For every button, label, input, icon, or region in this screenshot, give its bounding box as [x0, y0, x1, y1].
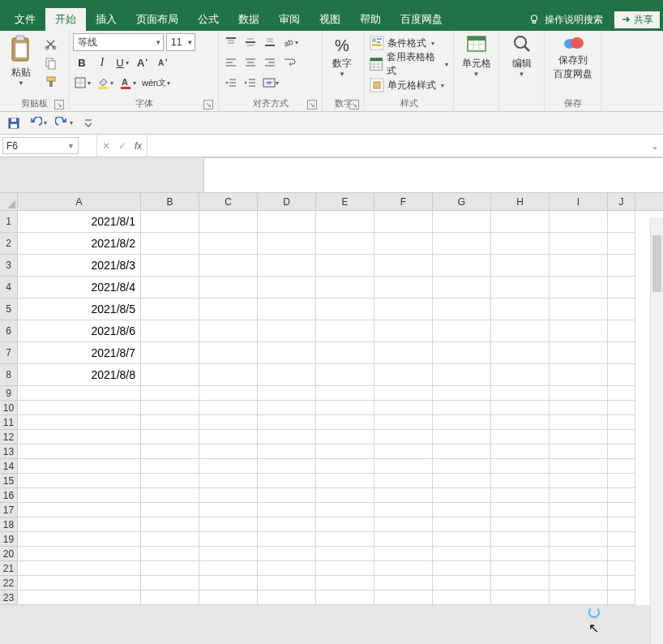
cell-B11[interactable] [141, 415, 199, 430]
cell-A9[interactable] [18, 386, 141, 401]
cell-G7[interactable] [433, 342, 491, 364]
cell-E8[interactable] [316, 364, 374, 386]
dialog-launcher-icon[interactable]: ↘ [203, 100, 213, 109]
format-painter-button[interactable] [42, 74, 60, 90]
row-header-15[interactable]: 15 [0, 474, 18, 488]
cell-C10[interactable] [199, 401, 258, 415]
undo-button[interactable]: ▾ [28, 114, 49, 132]
cell-A17[interactable] [18, 503, 141, 517]
tab-review[interactable]: 审阅 [269, 8, 310, 31]
cell-F4[interactable] [374, 277, 433, 298]
cell-C23[interactable] [199, 590, 258, 605]
cell-G4[interactable] [433, 277, 491, 298]
tab-formula[interactable]: 公式 [188, 8, 229, 31]
cell-E23[interactable] [316, 590, 374, 605]
cell-H15[interactable] [491, 474, 550, 488]
font-color-button[interactable]: A▾ [118, 74, 138, 92]
cell-F15[interactable] [374, 474, 433, 488]
cell-D18[interactable] [258, 517, 316, 532]
cell-G12[interactable] [433, 430, 491, 444]
cell-C21[interactable] [199, 561, 258, 576]
cell-H20[interactable] [491, 547, 550, 561]
cell-D4[interactable] [258, 277, 316, 298]
cell-F1[interactable] [374, 211, 433, 233]
editing-button[interactable]: 编辑 ▼ [503, 33, 541, 78]
cell-B23[interactable] [141, 590, 199, 605]
cell-E13[interactable] [316, 444, 374, 459]
cell-H11[interactable] [491, 415, 550, 430]
number-format-button[interactable]: % 数字 ▼ [326, 33, 358, 78]
cell-G19[interactable] [433, 532, 491, 547]
tell-me-search[interactable]: 操作说明搜索 [520, 13, 611, 27]
underline-button[interactable]: U▾ [113, 54, 131, 71]
cell-E17[interactable] [316, 503, 374, 517]
cell-A4[interactable]: 2021/8/4 [18, 277, 141, 298]
cell-F20[interactable] [374, 547, 433, 561]
row-header-8[interactable]: 8 [0, 364, 18, 386]
cell-I17[interactable] [550, 503, 608, 517]
cell-E2[interactable] [316, 233, 374, 255]
cell-B13[interactable] [141, 444, 199, 459]
align-center-button[interactable] [242, 54, 259, 71]
cell-F2[interactable] [374, 233, 433, 255]
col-header-A[interactable]: A [18, 193, 141, 210]
cell-H12[interactable] [491, 430, 550, 444]
cell-H3[interactable] [491, 255, 550, 277]
cell-B16[interactable] [141, 488, 199, 503]
cell-J3[interactable] [608, 255, 635, 277]
tab-insert[interactable]: 插入 [86, 8, 126, 31]
cell-E14[interactable] [316, 459, 374, 474]
cell-I11[interactable] [550, 415, 608, 430]
cell-E6[interactable] [316, 320, 374, 342]
row-header-14[interactable]: 14 [0, 459, 18, 474]
cell-F3[interactable] [374, 255, 433, 277]
formula-input[interactable] [148, 135, 647, 157]
cell-A18[interactable] [18, 517, 141, 532]
name-box[interactable]: F6▼ [2, 137, 79, 154]
orientation-button[interactable]: ab▾ [280, 33, 300, 51]
cell-A10[interactable] [18, 401, 141, 415]
font-size-select[interactable]: 11▾ [166, 33, 195, 51]
cell-G23[interactable] [433, 590, 491, 605]
cell-C4[interactable] [199, 277, 258, 298]
redo-button[interactable]: ▾ [53, 114, 75, 132]
cell-B9[interactable] [141, 386, 199, 401]
cell-D12[interactable] [258, 430, 316, 444]
dialog-launcher-icon[interactable]: ↘ [307, 100, 317, 109]
cell-C7[interactable] [199, 342, 258, 364]
cell-H10[interactable] [491, 401, 550, 415]
cell-A19[interactable] [18, 532, 141, 547]
cell-D20[interactable] [258, 547, 316, 561]
cell-I15[interactable] [550, 474, 608, 488]
cell-J2[interactable] [608, 233, 635, 255]
cell-C12[interactable] [199, 430, 258, 444]
row-header-18[interactable]: 18 [0, 517, 18, 532]
cell-J23[interactable] [608, 590, 635, 605]
cell-E9[interactable] [316, 386, 374, 401]
cell-G20[interactable] [433, 547, 491, 561]
cell-A20[interactable] [18, 547, 141, 561]
cell-I21[interactable] [550, 561, 608, 576]
align-top-button[interactable] [222, 33, 240, 51]
confirm-formula-button[interactable]: ✓ [118, 140, 126, 152]
decrease-font-button[interactable]: A [154, 54, 172, 71]
cell-E4[interactable] [316, 277, 374, 298]
cell-I16[interactable] [550, 488, 608, 503]
tab-baidu[interactable]: 百度网盘 [391, 8, 452, 31]
cell-G11[interactable] [433, 415, 491, 430]
cell-C1[interactable] [199, 211, 258, 233]
col-header-F[interactable]: F [374, 193, 433, 210]
cell-E3[interactable] [316, 255, 374, 277]
cell-I14[interactable] [550, 459, 608, 474]
row-header-19[interactable]: 19 [0, 532, 18, 547]
cell-C8[interactable] [199, 364, 258, 386]
cell-G9[interactable] [433, 386, 491, 401]
cell-D19[interactable] [258, 532, 316, 547]
font-name-select[interactable]: 等线▾ [73, 33, 164, 51]
cell-J21[interactable] [608, 561, 635, 576]
cell-C19[interactable] [199, 532, 258, 547]
col-header-C[interactable]: C [199, 193, 258, 210]
cell-D8[interactable] [258, 364, 316, 386]
cell-J8[interactable] [608, 364, 635, 386]
cell-C15[interactable] [199, 474, 258, 488]
